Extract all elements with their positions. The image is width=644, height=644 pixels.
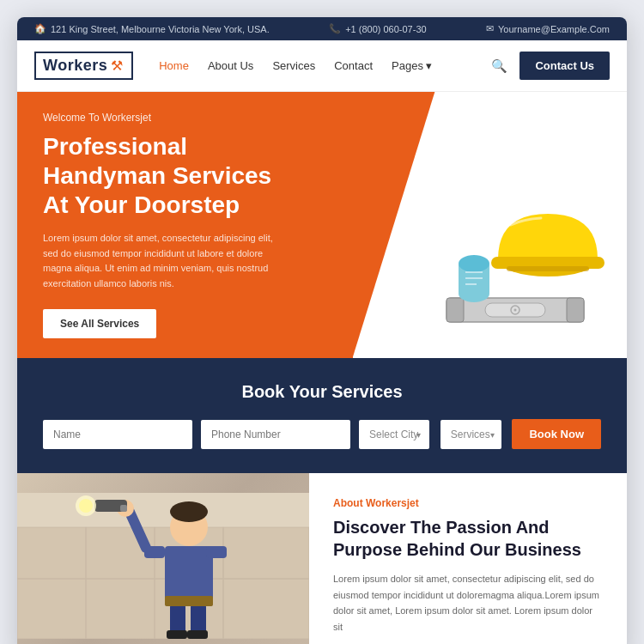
services-select[interactable]: Services: [440, 420, 501, 449]
svg-rect-39: [167, 630, 187, 639]
top-bar: 🏠 121 King Street, Melbourne Victoria Ne…: [17, 17, 627, 40]
navbar: Workers ⚒ Home About Us Services Contact…: [17, 40, 627, 92]
nav-home[interactable]: Home: [159, 59, 189, 72]
about-section: About Workersjet Discover The Passion An…: [17, 473, 627, 644]
nav-links: Home About Us Services Contact Pages ▾: [159, 59, 491, 72]
svg-point-36: [79, 499, 93, 513]
svg-rect-17: [17, 493, 309, 527]
home-icon: 🏠: [34, 23, 46, 34]
about-title: Discover The Passion And Purpose Behind …: [333, 516, 603, 561]
hero-content: Welcome To Workersjet Professional Handy…: [17, 92, 318, 358]
book-section: Book Your Services Select City Services …: [17, 358, 627, 473]
city-select[interactable]: Select City: [359, 420, 429, 449]
logo[interactable]: Workers ⚒: [34, 52, 133, 80]
logo-icon: ⚒: [111, 58, 123, 74]
search-icon[interactable]: 🔍: [491, 58, 507, 74]
svg-point-27: [170, 501, 208, 522]
hero-description: Lorem ipsum dolor sit amet, consectetur …: [43, 231, 283, 291]
worker-svg: [17, 493, 309, 639]
dropdown-chevron: ▾: [426, 59, 432, 72]
about-description: Lorem ipsum dolor sit amet, consectetur …: [333, 571, 603, 635]
address-item: 🏠 121 King Street, Melbourne Victoria Ne…: [34, 23, 270, 34]
book-now-button[interactable]: Book Now: [512, 419, 601, 449]
svg-rect-41: [165, 596, 213, 606]
hero-image: [421, 178, 610, 358]
svg-rect-30: [206, 546, 227, 558]
email-icon: ✉: [486, 23, 494, 34]
email-text: Yourname@Example.Com: [498, 24, 610, 34]
nav-pages[interactable]: Pages ▾: [392, 59, 432, 72]
hero-section: Welcome To Workersjet Professional Handy…: [17, 92, 627, 358]
about-image: [17, 473, 309, 644]
svg-rect-14: [507, 266, 589, 271]
book-title: Book Your Services: [43, 382, 601, 402]
phone-item: 📞 +1 (800) 060-07-30: [329, 23, 426, 34]
email-item: ✉ Yourname@Example.Com: [486, 23, 610, 34]
hard-hat-svg: [421, 178, 610, 358]
name-input[interactable]: [43, 420, 192, 449]
services-select-wrapper: Services: [438, 420, 503, 449]
book-form: Select City Services Book Now: [43, 419, 601, 449]
phone-icon: 📞: [329, 23, 341, 34]
phone-input[interactable]: [201, 420, 350, 449]
city-select-wrapper: Select City: [359, 420, 429, 449]
about-content: About Workersjet Discover The Passion An…: [309, 473, 627, 644]
svg-rect-4: [447, 298, 464, 322]
svg-point-3: [514, 309, 517, 312]
phone-text: +1 (800) 060-07-30: [345, 24, 426, 34]
about-image-inner: [17, 473, 309, 644]
hero-subtitle: Welcome To Workersjet: [43, 112, 292, 124]
logo-text: Workers: [43, 57, 107, 75]
browser-window: 🏠 121 King Street, Melbourne Victoria Ne…: [17, 17, 627, 644]
about-label: About Workersjet: [333, 497, 603, 509]
nav-services[interactable]: Services: [272, 59, 315, 72]
contact-us-button[interactable]: Contact Us: [519, 52, 610, 80]
nav-about[interactable]: About Us: [208, 59, 253, 72]
nav-right: 🔍 Contact Us: [491, 52, 610, 80]
svg-rect-34: [120, 505, 127, 512]
nav-contact[interactable]: Contact: [334, 59, 373, 72]
address-text: 121 King Street, Melbourne Victoria New …: [51, 24, 270, 34]
svg-point-8: [459, 255, 489, 272]
svg-rect-5: [567, 298, 584, 322]
hero-title: Professional Handyman Services At Your D…: [43, 132, 292, 219]
svg-rect-40: [187, 630, 208, 639]
see-all-services-button[interactable]: See All Services: [43, 309, 156, 338]
